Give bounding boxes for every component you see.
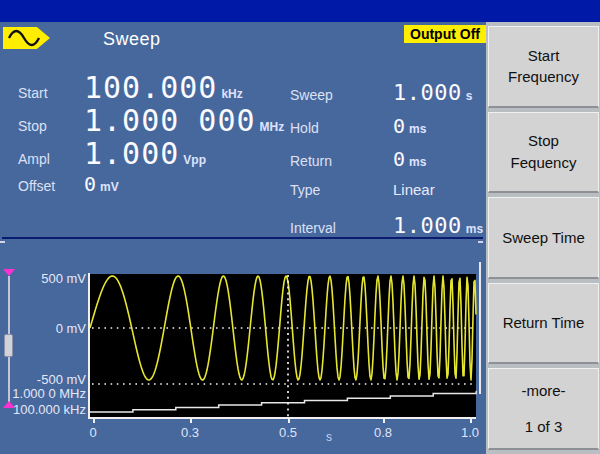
param-value: 100.000	[84, 70, 217, 105]
param-label: Sweep	[290, 87, 393, 103]
param-row-return: Return0ms	[290, 147, 426, 171]
param-row-ampl: Ampl1.000Vpp	[18, 136, 206, 171]
page-title: Sweep	[103, 29, 161, 50]
x-tick-label: 1.0	[461, 425, 479, 440]
y-axis-label-500mv: 500 mV	[0, 271, 86, 286]
panel-separator-line	[479, 262, 481, 394]
param-unit: Vpp	[183, 153, 206, 167]
param-value: 1.000	[84, 136, 179, 171]
freq-axis-label-high: 1.000 0 MHz	[0, 386, 86, 401]
param-label: Type	[290, 182, 393, 198]
softkey-return-time[interactable]: Return Time	[488, 283, 599, 365]
param-value: 1.000	[393, 80, 462, 105]
x-tick-label: 0.8	[374, 425, 392, 440]
x-tick-label: 0.5	[279, 425, 297, 440]
param-value: 0	[393, 114, 405, 138]
param-label: Interval	[290, 220, 393, 236]
param-label: Stop	[18, 118, 84, 134]
sweep-waveform-graph	[88, 273, 478, 425]
param-unit: mV	[100, 180, 119, 194]
param-label: Hold	[290, 120, 393, 136]
x-tick-label: 0.3	[181, 425, 199, 440]
y-axis-label-0mv: 0 mV	[0, 321, 86, 336]
param-unit: ms	[409, 155, 426, 169]
softkey-start-frequency[interactable]: Start Frequency	[488, 26, 599, 108]
param-row-stop: Stop1.000 000MHz	[18, 103, 284, 138]
param-row-sweep-time: Sweep1.000s	[290, 80, 472, 105]
param-row-hold: Hold0ms	[290, 114, 426, 138]
divider-end-dash	[0, 241, 5, 243]
param-value: 1.000	[393, 213, 462, 238]
softkey-more-pager[interactable]: -more- 1 of 3	[488, 368, 599, 450]
param-unit: kHz	[221, 87, 242, 101]
param-label: Return	[290, 153, 393, 169]
softkey-sweep-time[interactable]: Sweep Time	[488, 197, 599, 279]
vertical-scale-handle[interactable]	[4, 334, 13, 357]
sine-wave-icon	[3, 27, 50, 49]
param-unit: ms	[409, 122, 426, 136]
param-value: 0	[84, 172, 96, 196]
param-value: Linear	[393, 181, 435, 198]
instrument-screen: Sweep Output Off Start100.000kHz Stop1.0…	[0, 0, 600, 454]
param-row-type: TypeLinear	[290, 181, 435, 198]
param-unit: s	[466, 89, 473, 103]
x-axis-unit-label: s	[326, 430, 332, 444]
param-unit: ms	[466, 222, 483, 236]
x-tick-label: 0	[89, 425, 96, 440]
param-label: Start	[18, 85, 84, 101]
freq-axis-label-low: 100.000 kHz	[0, 402, 86, 417]
y-axis-label-neg500mv: -500 mV	[0, 372, 86, 387]
param-value: 1.000 000	[84, 103, 256, 138]
softkey-stop-frequency[interactable]: Stop Fequency	[488, 112, 599, 194]
param-label: Offset	[18, 178, 84, 194]
param-row-offset: Offset0mV	[18, 172, 119, 196]
section-divider	[2, 237, 483, 239]
divider-end-dash	[478, 241, 483, 243]
output-status-badge: Output Off	[404, 25, 486, 43]
param-value: 0	[393, 147, 405, 171]
top-title-bar	[0, 0, 600, 22]
param-row-interval: Interval1.000ms	[290, 213, 483, 238]
param-row-start: Start100.000kHz	[18, 70, 243, 105]
softkey-panel: Start Frequency Stop Fequency Sweep Time…	[486, 22, 600, 454]
param-unit: MHz	[260, 120, 285, 134]
param-label: Ampl	[18, 151, 84, 167]
